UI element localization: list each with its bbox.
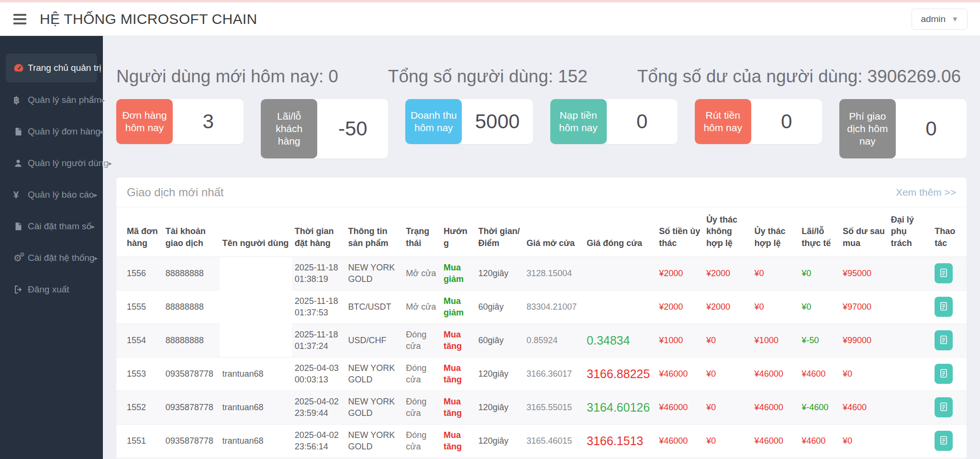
sidebar-item[interactable]: ฿Quản lý sản phẩm▸ — [0, 86, 103, 114]
cell-actual-pnl: ¥0 — [799, 257, 840, 290]
column-header: Lãi/lỗ thực tế — [799, 207, 840, 257]
sidebar-item[interactable]: ¥Quản lý báo cáo▸ — [0, 181, 103, 209]
order-detail-button[interactable] — [935, 263, 953, 283]
cell-duration: 60giây — [475, 290, 523, 324]
sidebar-item[interactable]: Quản lý đơn hàng▸ — [0, 118, 103, 146]
cell-balance-after: ¥99000 — [840, 324, 888, 357]
cell-invalid-entrust: ¥0 — [703, 424, 752, 458]
cell-close-price: 3166.1513 — [584, 424, 656, 458]
list-detail-icon — [939, 435, 948, 447]
cell-invalid-entrust: ¥0 — [703, 324, 752, 357]
order-detail-button[interactable] — [935, 330, 953, 350]
column-header: Ủy thác hợp lệ — [752, 207, 799, 257]
cell-entrust-amount: ¥46000 — [656, 357, 703, 391]
column-header: Số dư sau mua — [840, 207, 888, 257]
cell-id: 1551 — [116, 424, 163, 458]
order-detail-button[interactable] — [935, 431, 953, 451]
stat-cards: Đơn hàng hôm nay3Lãi/lỗ khách hàng-50Doa… — [116, 99, 967, 158]
cell-id: 1555 — [116, 290, 163, 324]
chevron-right-icon: ▸ — [101, 96, 105, 104]
summary-stat: Người dùng mới hôm nay:0 — [116, 67, 338, 87]
sidebar-item[interactable]: Đăng xuất — [0, 276, 103, 303]
sidebar-item-label: Cài đặt hệ thống — [28, 253, 94, 263]
cell-direction: Mua tăng — [441, 357, 476, 391]
cell-entrust-amount: ¥46000 — [656, 424, 703, 458]
cell-id: 1554 — [116, 324, 163, 357]
stat-card-value: 0 — [751, 99, 822, 144]
list-detail-icon — [939, 402, 948, 414]
cell-product: USD/CHF — [345, 324, 403, 357]
cell-entrust-amount: ¥1000 — [656, 324, 703, 357]
top-accent-strip — [0, 0, 980, 2]
cell-action — [932, 357, 967, 391]
cell-account: 88888888 — [163, 257, 220, 290]
topbar: HỆ THỐNG MICROSOFT CHAIN admin ▼ — [0, 2, 980, 36]
column-header: Giá đóng cửa — [584, 207, 656, 257]
stat-card: Phí giao dịch hôm nay0 — [839, 99, 967, 158]
hamburger-menu-icon[interactable] — [12, 11, 27, 27]
cell-entrust-amount: ¥2000 — [656, 290, 703, 324]
stat-card-label: Rút tiền hôm nay — [695, 99, 751, 144]
bitcoin-icon: ฿ — [13, 95, 28, 105]
summary-stat-label: Tổng số dư của người dùng: — [637, 67, 863, 86]
stat-card-value: 0 — [896, 99, 967, 158]
cell-close-price: 0.34834 — [584, 324, 656, 357]
sidebar-item-label: Trang chủ quản trị — [28, 63, 101, 73]
cell-username — [220, 257, 292, 290]
sidebar-item-label: Quản lý sản phẩm — [28, 95, 101, 105]
order-detail-button[interactable] — [935, 364, 953, 384]
params-icon — [13, 222, 28, 231]
cell-agent — [888, 324, 932, 357]
cell-direction: Mua giảm — [441, 257, 476, 290]
latest-transactions-panel: Giao dịch mới nhất Xem thêm >> Mã đơn hà… — [116, 178, 967, 459]
user-menu-button[interactable]: admin ▼ — [912, 9, 968, 30]
cell-open-price: 83304.21007 — [523, 290, 584, 324]
summary-stat: Tổng số người dùng:152 — [388, 67, 588, 87]
cell-actual-pnl: ¥4600 — [799, 424, 840, 458]
stat-card: Nạp tiền hôm nay0 — [550, 99, 678, 144]
page-title: HỆ THỐNG MICROSOFT CHAIN — [40, 11, 257, 27]
user-icon — [13, 158, 28, 168]
gears-icon: ⚙⚙ — [13, 253, 28, 263]
chevron-right-icon: ▸ — [91, 223, 95, 230]
cell-duration: 120giây — [475, 424, 523, 458]
sidebar-item[interactable]: Quản lý người dùng▸ — [0, 149, 103, 177]
stat-card-label: Đơn hàng hôm nay — [116, 99, 173, 144]
sidebar: Trang chủ quản trị฿Quản lý sản phẩm▸Quản… — [0, 36, 103, 459]
stat-card-value: -50 — [317, 99, 388, 158]
table-row: 1556888888882025-11-18 01:38:19NEW YORK … — [116, 257, 967, 290]
list-detail-icon — [939, 335, 948, 347]
cell-duration: 60giây — [475, 324, 523, 357]
stat-card: Đơn hàng hôm nay3 — [116, 99, 244, 144]
cell-action — [932, 324, 967, 357]
cell-username: trantuan68 — [220, 424, 292, 458]
sidebar-item[interactable]: Cài đặt tham số▸ — [0, 213, 103, 240]
sidebar-item[interactable]: Trang chủ quản trị — [6, 54, 97, 82]
cell-account: 88888888 — [163, 290, 220, 324]
table-row: 15510935878778trantuan682025-04-02 23:56… — [116, 424, 967, 458]
cell-agent — [888, 257, 932, 290]
see-more-link[interactable]: Xem thêm >> — [896, 187, 956, 198]
column-header: Thời gian đặt hàng — [292, 207, 345, 257]
cell-account: 88888888 — [163, 324, 220, 357]
cell-valid-entrust: ¥0 — [752, 290, 799, 324]
sidebar-item[interactable]: ⚙⚙Cài đặt hệ thống▸ — [0, 244, 103, 272]
cell-valid-entrust: ¥1000 — [752, 324, 799, 357]
yen-icon: ¥ — [13, 190, 28, 200]
chevron-right-icon: ▸ — [94, 191, 97, 199]
sidebar-item-label: Quản lý đơn hàng — [28, 126, 100, 137]
order-detail-button[interactable] — [935, 297, 953, 317]
cell-direction: Mua tăng — [441, 424, 476, 458]
panel-header: Giao dịch mới nhất Xem thêm >> — [116, 178, 967, 207]
column-header: Ủy thác không hợp lệ — [703, 207, 752, 257]
cell-open-price: 3128.15004 — [523, 257, 584, 290]
table-row: 1555888888882025-11-18 01:37:53BTC/USDTM… — [116, 290, 967, 324]
cell-duration: 120giây — [475, 257, 523, 290]
order-detail-button[interactable] — [935, 397, 953, 417]
chevron-right-icon: ▸ — [94, 254, 98, 262]
cell-status: Mở cửa — [403, 290, 441, 324]
cell-open-price: 3165.46015 — [523, 424, 584, 458]
cell-duration: 120giây — [475, 391, 523, 424]
cell-balance-after: ¥4600 — [840, 391, 888, 424]
cell-direction: Mua tăng — [441, 324, 476, 357]
